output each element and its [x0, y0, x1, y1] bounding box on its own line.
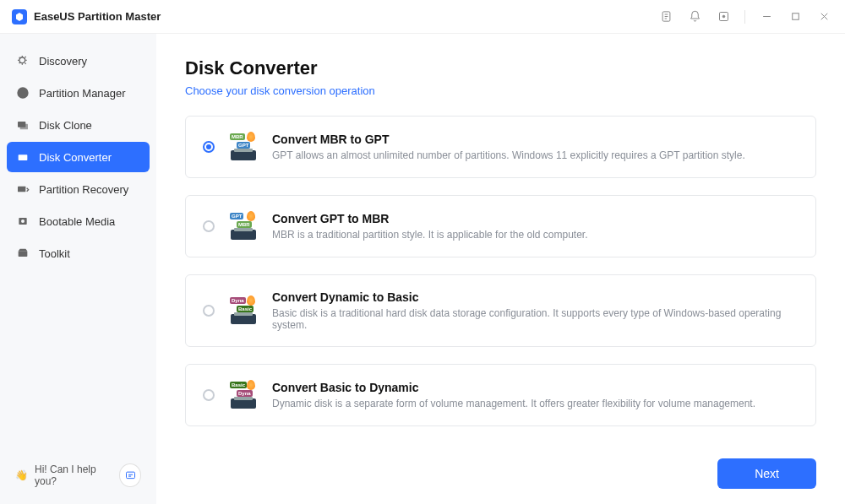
disk-convert-icon: MBRGPT [228, 132, 259, 162]
svg-point-2 [722, 15, 725, 18]
disk-clone-icon [15, 117, 30, 133]
svg-rect-16 [126, 472, 134, 479]
feedback-icon[interactable] [714, 8, 733, 26]
radio-button[interactable] [203, 141, 215, 153]
svg-rect-12 [18, 187, 25, 192]
app-logo-icon [12, 9, 27, 24]
main-content: Disk Converter Choose your disk conversi… [156, 34, 845, 504]
svg-rect-4 [792, 14, 799, 20]
help-assistant[interactable]: 👋 Hi! Can I help you? [7, 458, 150, 492]
option-description: MBR is a traditional partition style. It… [272, 229, 799, 241]
sidebar-item-label: Partition Recovery [39, 183, 128, 196]
svg-rect-15 [19, 251, 28, 257]
option-title: Convert Basic to Dynamic [272, 381, 799, 394]
radio-button[interactable] [203, 389, 215, 401]
partition-manager-icon [15, 85, 30, 100]
sidebar-item-partition-manager[interactable]: Partition Manager [7, 78, 150, 108]
next-button[interactable]: Next [717, 458, 816, 489]
partition-recovery-icon [15, 182, 30, 197]
svg-rect-11 [19, 156, 26, 157]
page-title: Disk Converter [185, 57, 816, 79]
sidebar-item-partition-recovery[interactable]: Partition Recovery [7, 174, 150, 204]
help-text: Hi! Can I help you? [35, 463, 112, 487]
sidebar-item-disk-clone[interactable]: Disk Clone [7, 110, 150, 140]
svg-point-7 [19, 57, 25, 63]
chat-icon[interactable] [119, 463, 141, 487]
option-title: Convert GPT to MBR [272, 212, 799, 225]
option-description: Basic disk is a traditional hard disk da… [272, 307, 799, 331]
option-card-3[interactable]: BasicDynaConvert Basic to DynamicDynamic… [185, 364, 816, 426]
radio-button[interactable] [203, 305, 215, 317]
option-card-1[interactable]: GPTMBRConvert GPT to MBRMBR is a traditi… [185, 195, 816, 257]
sidebar-item-bootable-media[interactable]: Bootable Media [7, 206, 150, 236]
close-icon[interactable] [815, 8, 833, 26]
option-description: Dynamic disk is a separate form of volum… [272, 398, 799, 409]
svg-rect-10 [19, 154, 28, 160]
minimize-icon[interactable] [757, 8, 776, 26]
discovery-icon [15, 53, 30, 68]
sidebar-item-label: Toolkit [39, 247, 70, 260]
disk-convert-icon: DynaBasic [228, 295, 259, 326]
option-title: Convert Dynamic to Basic [272, 290, 799, 304]
disk-converter-icon [15, 149, 30, 165]
bootable-media-icon [15, 214, 30, 229]
option-description: GPT allows an almost unlimited number of… [272, 149, 799, 161]
sidebar-item-toolkit[interactable]: Toolkit [7, 238, 150, 268]
toolkit-icon [15, 246, 30, 261]
bell-icon[interactable] [685, 8, 704, 26]
sidebar: DiscoveryPartition ManagerDisk CloneDisk… [0, 34, 156, 504]
sidebar-item-label: Disk Converter [39, 151, 112, 164]
sidebar-item-label: Disk Clone [39, 119, 92, 132]
svg-point-14 [21, 219, 25, 223]
sidebar-item-discovery[interactable]: Discovery [7, 46, 150, 76]
option-title: Convert MBR to GPT [272, 133, 799, 146]
radio-button[interactable] [203, 220, 215, 232]
app-title: EaseUS Partition Master [34, 10, 161, 23]
tasks-icon[interactable] [657, 8, 675, 26]
sidebar-item-label: Partition Manager [39, 87, 126, 100]
page-subtitle: Choose your disk conversion operation [185, 84, 816, 97]
maximize-icon[interactable] [786, 8, 804, 26]
sidebar-item-disk-converter[interactable]: Disk Converter [7, 142, 150, 172]
disk-convert-icon: BasicDyna [228, 380, 259, 410]
option-card-0[interactable]: MBRGPTConvert MBR to GPTGPT allows an al… [185, 116, 816, 178]
separator [744, 10, 745, 24]
wave-emoji-icon: 👋 [15, 469, 28, 481]
titlebar: EaseUS Partition Master [0, 0, 845, 34]
svg-rect-9 [20, 124, 28, 130]
sidebar-item-label: Bootable Media [39, 215, 115, 228]
disk-convert-icon: GPTMBR [228, 211, 259, 241]
option-card-2[interactable]: DynaBasicConvert Dynamic to BasicBasic d… [185, 274, 816, 347]
sidebar-item-label: Discovery [39, 55, 87, 68]
